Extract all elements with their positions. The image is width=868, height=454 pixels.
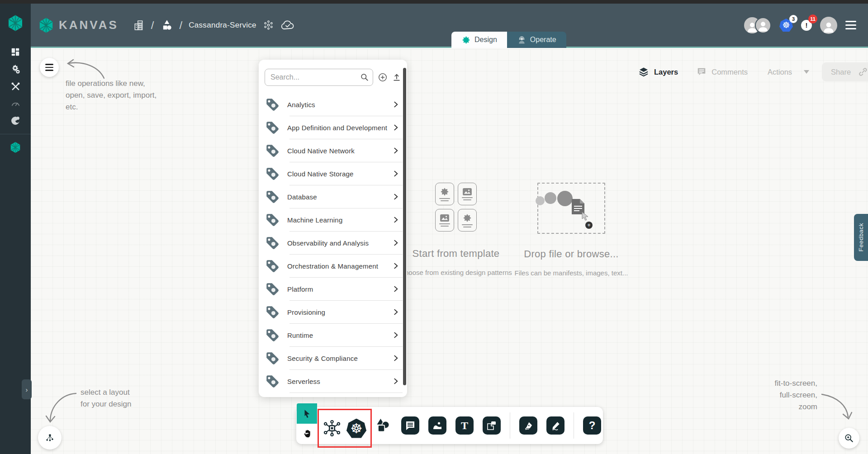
text-tool[interactable]: T [455,416,474,435]
drop-file-title[interactable]: Drop file or browse... [492,248,650,260]
category-row[interactable]: Serverless [259,370,407,393]
organization-icon[interactable] [133,19,145,31]
canvas-menu-button[interactable] [40,58,59,77]
chevron-right-icon[interactable] [392,308,400,316]
file-ops-annotation: file operations like new,open, save, exp… [66,78,157,113]
chevron-right-icon[interactable] [392,262,400,270]
runtime-tag-icon [264,327,280,344]
design-info-cluster-icon[interactable] [263,19,274,31]
category-row[interactable]: Provisioning [259,301,407,323]
sidebar-item-lifecycle[interactable] [0,61,31,78]
comments-toggle[interactable]: Comments [696,67,748,77]
workspace-shapes-icon[interactable] [161,19,173,32]
kubernetes-context-button[interactable]: ☸ 3 [779,19,793,32]
category-row-partial [259,393,407,397]
share-link-icon [858,67,868,77]
comment-icon [405,420,416,431]
chevron-right-icon[interactable] [392,124,400,131]
shapes-tool[interactable] [374,417,392,434]
zoom-controls-button[interactable] [839,428,859,449]
pan-tool[interactable] [297,424,317,444]
category-row[interactable]: Cloud Native Network [259,139,407,162]
question-icon: ? [589,419,596,432]
sidebar-item-performance[interactable] [0,95,31,112]
breadcrumb: / / Cassandra-Service [133,19,295,32]
sidebar-item-extensions[interactable] [0,112,31,129]
share-button[interactable]: Share [822,62,868,81]
cloud-native-storage-tag-icon [264,166,280,182]
add-component-icon[interactable] [378,72,388,83]
search-input[interactable] [265,69,373,86]
chevron-right-icon[interactable] [392,331,400,339]
feedback-label: Feedback [858,223,864,251]
help-tool[interactable]: ? [583,416,601,435]
category-row[interactable]: App Definition and Development [259,116,407,139]
chevron-right-icon[interactable] [392,216,400,223]
chevron-right-icon[interactable] [392,378,400,385]
drop-dot [557,191,573,206]
cursor-arrow-icon [581,212,589,221]
note-tool[interactable] [483,416,501,435]
text-icon: T [461,420,468,431]
template-card [435,183,454,205]
meshsync-circuit-icon[interactable] [323,419,341,437]
chevron-right-icon[interactable] [392,285,400,293]
pinwheel-icon [462,213,472,223]
design-name[interactable]: Cassandra-Service [189,21,256,30]
drop-file-block[interactable]: + Drop file or browse... Files can be ma… [492,183,650,277]
category-row[interactable]: Database [259,185,407,208]
search-box[interactable] [265,69,373,86]
sidebar-item-dashboard[interactable] [0,43,31,61]
category-row[interactable]: Security & Compliance [259,347,407,369]
pen-tool[interactable] [519,416,537,435]
chevron-right-icon[interactable] [392,193,400,200]
layout-select-button[interactable] [38,426,62,449]
sidebar-expand-button[interactable]: › [22,379,32,399]
user-avatar[interactable] [820,17,837,34]
category-row[interactable]: Platform [259,278,407,300]
category-row[interactable]: Observability and Analysis [259,232,407,254]
category-row[interactable]: Machine Learning [259,208,407,231]
chevron-right-icon[interactable] [392,147,400,154]
chevron-right-icon[interactable] [392,101,400,108]
chevron-right-icon[interactable] [392,170,400,177]
search-icon [360,73,369,82]
tab-operate[interactable]: Operate [507,32,566,48]
category-row[interactable]: Runtime [259,324,407,346]
select-tool[interactable] [297,403,317,424]
image-tool[interactable] [428,416,446,435]
category-label: Observability and Analysis [287,239,392,247]
share-label: Share [831,68,851,76]
component-tools-highlight: ☸ [318,409,372,448]
panel-scrollbar[interactable] [403,68,406,385]
comments-label: Comments [711,68,748,76]
actions-dropdown[interactable]: Actions [768,68,810,76]
header-menu-icon[interactable] [845,21,856,29]
category-row[interactable]: Cloud Native Storage [259,162,407,185]
category-list: Analytics App Definition and Development [259,93,407,393]
meshery-logo-icon[interactable] [7,14,24,33]
database-tag-icon [264,189,280,205]
chevron-right-icon[interactable] [392,355,400,362]
security-tag-icon [264,350,280,367]
import-upload-icon[interactable] [392,72,401,83]
layers-toggle[interactable]: Layers [638,66,678,77]
collaborator-avatars[interactable] [744,17,771,33]
chevron-right-icon[interactable] [392,239,400,246]
kubernetes-components-tool[interactable]: ☸ [346,419,366,438]
drop-zone[interactable]: + [537,183,605,234]
pencil-tool[interactable] [546,416,564,435]
machine-learning-tag-icon [264,212,280,228]
image-icon [440,214,450,222]
category-row[interactable]: Analytics [259,93,407,116]
sidebar-item-configuration[interactable] [0,78,31,95]
comment-tool[interactable] [401,416,419,435]
collaborator-avatar[interactable] [755,17,771,33]
tab-design[interactable]: Design [451,32,507,48]
notifications-button[interactable]: ! 11 [801,20,812,31]
brand-wordmark: KANVAS [59,18,119,32]
category-row[interactable]: Orchestration & Management [259,255,407,277]
sidebar-item-kanvas[interactable] [0,139,31,156]
feedback-tab[interactable]: Feedback [854,214,868,261]
template-card [458,183,477,205]
